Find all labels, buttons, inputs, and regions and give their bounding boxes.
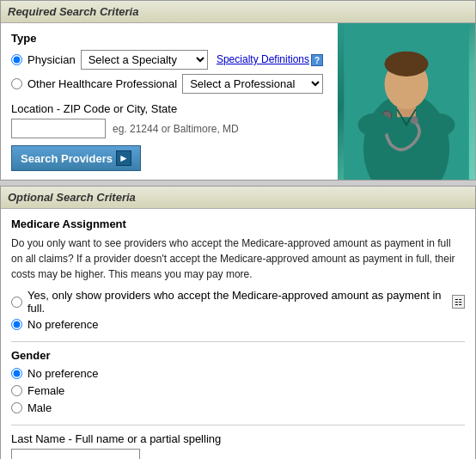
physician-radio[interactable] [11, 54, 22, 65]
optional-search-panel: Optional Search Criteria Medicare Assign… [0, 186, 476, 459]
other-professional-label: Other Healthcare Professional [27, 77, 177, 90]
gender-female-radio[interactable] [11, 385, 22, 396]
svg-point-7 [358, 113, 393, 137]
gender-no-preference-radio[interactable] [11, 368, 22, 379]
gender-no-preference-label: No preference [27, 367, 98, 380]
medicare-no-label: No preference [27, 318, 98, 331]
gender-female-row: Female [11, 384, 465, 397]
medicare-yes-row: Yes, only show providers who accept the … [11, 289, 465, 315]
required-panel-body: Type Physician Select a Specialty Cardio… [1, 23, 475, 180]
medicare-yes-label: Yes, only show providers who accept the … [27, 289, 447, 315]
professional-select[interactable]: Select a Professional Nurse Practitioner… [182, 74, 323, 94]
gender-male-radio[interactable] [11, 402, 22, 413]
required-search-button[interactable]: Search Providers ► [11, 145, 141, 171]
gender-male-row: Male [11, 401, 465, 414]
optional-panel-header: Optional Search Criteria [1, 187, 475, 209]
doctor-illustration [338, 23, 475, 180]
required-panel-header: Required Search Criteria [1, 1, 475, 23]
gender-female-label: Female [27, 384, 64, 397]
specialty-select[interactable]: Select a Specialty Cardiology Dermatolog… [81, 50, 208, 70]
divider-2 [11, 425, 465, 425]
type-label: Type [11, 32, 323, 45]
specialty-definitions-link[interactable]: Specialty Definitions? [217, 53, 323, 66]
divider-1 [11, 341, 465, 342]
doctor-image [338, 23, 475, 180]
location-sublabel: ZIP Code or City, State [64, 102, 177, 115]
required-panel-title: Required Search Criteria [8, 5, 138, 18]
other-professional-radio[interactable] [11, 78, 22, 89]
medicare-yes-radio[interactable] [11, 297, 22, 308]
required-search-btn-label: Search Providers [21, 152, 113, 165]
svg-point-8 [420, 113, 455, 137]
gender-section: Gender No preference Female Male [11, 349, 465, 414]
location-section: Location - ZIP Code or City, State eg. 2… [11, 102, 323, 138]
last-name-dash: - [65, 432, 76, 445]
medicare-no-radio[interactable] [11, 319, 22, 330]
physician-label: Physician [27, 53, 76, 66]
location-label-text: Location [11, 102, 53, 115]
physician-row: Physician Select a Specialty Cardiology … [11, 50, 323, 70]
medicare-description: Do you only want to see providers who ac… [11, 236, 465, 282]
required-search-panel: Required Search Criteria Type Physician … [0, 0, 476, 181]
gender-male-label: Male [27, 401, 52, 414]
gender-no-pref-row: No preference [11, 367, 465, 380]
location-row: eg. 21244 or Baltimore, MD [11, 119, 323, 138]
required-search-btn-arrow-icon: ► [116, 150, 131, 166]
last-name-input[interactable] [11, 449, 140, 459]
location-input[interactable] [11, 119, 106, 138]
medicare-label: Medicare Assignment [11, 217, 465, 230]
last-name-label: Last Name - Full name or a partial spell… [11, 432, 465, 445]
last-name-label-text: Last Name [11, 432, 65, 445]
other-professional-row: Other Healthcare Professional Select a P… [11, 74, 323, 94]
medicare-no-row: No preference [11, 318, 465, 331]
medicare-info-icon[interactable]: ☷ [452, 295, 466, 309]
last-name-section: Last Name - Full name or a partial spell… [11, 432, 465, 459]
location-dash: - [53, 102, 64, 115]
specialty-link-icon: ? [311, 54, 323, 66]
required-content-area: Type Physician Select a Specialty Cardio… [11, 32, 323, 171]
medicare-section: Medicare Assignment Do you only want to … [11, 217, 465, 331]
specialty-link-text: Specialty Definitions [217, 53, 309, 65]
location-label: Location - ZIP Code or City, State [11, 102, 323, 115]
gender-label: Gender [11, 349, 465, 362]
last-name-sublabel: Full name or a partial spelling [75, 432, 221, 445]
location-hint: eg. 21244 or Baltimore, MD [113, 123, 239, 135]
optional-panel-body: Medicare Assignment Do you only want to … [1, 209, 475, 459]
svg-point-4 [385, 52, 429, 76]
optional-panel-title: Optional Search Criteria [8, 191, 136, 204]
